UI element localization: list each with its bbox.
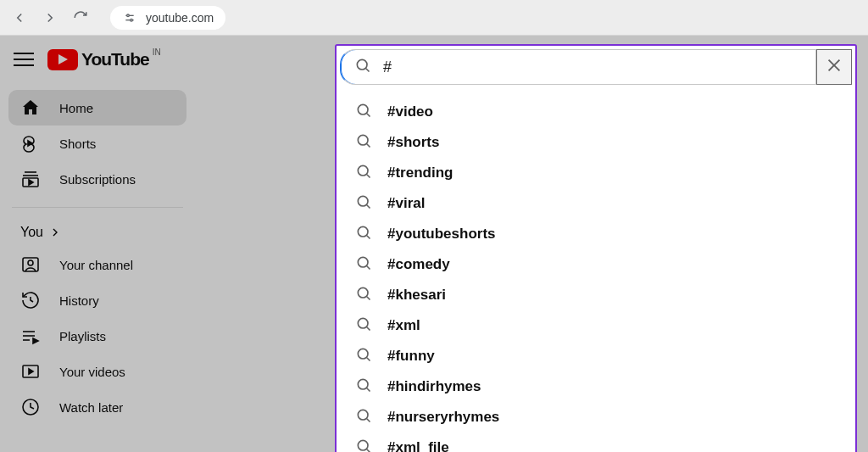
search-field[interactable] [340, 49, 816, 85]
svg-point-34 [358, 379, 368, 389]
svg-line-19 [367, 144, 370, 148]
sidebar-you-heading[interactable]: You [8, 218, 186, 247]
back-button[interactable] [10, 8, 29, 27]
sidebar-item-label: Playlists [59, 329, 106, 343]
search-icon [355, 224, 372, 244]
sidebar-item-label: History [59, 293, 99, 308]
suggestion-text: #xml_file [387, 439, 449, 452]
svg-line-37 [367, 419, 370, 422]
chevron-right-icon [48, 226, 62, 239]
svg-line-25 [367, 236, 370, 239]
watch-later-icon [20, 397, 41, 417]
svg-line-35 [367, 388, 370, 392]
svg-point-18 [358, 135, 368, 145]
menu-button[interactable] [14, 49, 34, 70]
address-bar[interactable]: youtube.com [110, 6, 225, 30]
suggestion-text: #funny [387, 348, 435, 365]
search-icon [355, 377, 372, 397]
your-videos-icon [20, 361, 41, 382]
svg-line-29 [367, 297, 370, 300]
suggestion-item[interactable]: #video [337, 97, 855, 127]
search-icon [355, 285, 372, 305]
suggestion-item[interactable]: #shorts [337, 127, 855, 158]
suggestion-text: #nurseryrhymes [387, 409, 499, 426]
svg-point-38 [358, 440, 368, 450]
home-icon [20, 98, 41, 118]
subscriptions-icon [20, 169, 41, 189]
logo-text: YouTube [81, 49, 149, 70]
sidebar-item-label: Watch later [59, 400, 123, 415]
sidebar-item-label: Your channel [59, 258, 133, 272]
search-icon [355, 315, 372, 336]
sidebar-item-label: Home [59, 101, 93, 115]
suggestion-item[interactable]: #trending [337, 158, 855, 188]
clear-search-button[interactable] [816, 49, 852, 85]
your-channel-icon [20, 254, 41, 275]
sidebar-item-history[interactable]: History [8, 282, 186, 318]
sidebar-item-your-videos[interactable]: Your videos [8, 354, 186, 389]
suggestion-text: #xml [387, 317, 420, 334]
browser-toolbar: youtube.com [0, 0, 868, 36]
history-icon [20, 290, 41, 310]
svg-line-27 [367, 266, 370, 270]
suggestion-item[interactable]: #xml [337, 310, 855, 341]
suggestion-item[interactable]: #viral [337, 188, 855, 219]
search-icon [355, 346, 372, 366]
sidebar-item-shorts[interactable]: Shorts [8, 126, 186, 161]
suggestion-text: #khesari [387, 287, 446, 304]
svg-point-3 [131, 19, 133, 21]
search-icon [355, 193, 372, 214]
sidebar-item-watch-later[interactable]: Watch later [8, 389, 186, 425]
svg-point-32 [358, 349, 368, 359]
search-icon [355, 102, 372, 122]
svg-point-24 [358, 226, 368, 237]
search-input[interactable] [383, 59, 802, 76]
suggestion-item[interactable]: #khesari [337, 280, 855, 310]
sidebar-item-label: Shorts [59, 137, 96, 151]
logo-region: IN [153, 47, 161, 57]
sidebar-item-label: Your videos [59, 365, 125, 379]
svg-line-21 [367, 175, 370, 178]
svg-line-33 [367, 358, 370, 361]
suggestion-item[interactable]: #youtubeshorts [337, 219, 855, 249]
svg-point-16 [358, 104, 368, 114]
forward-button[interactable] [41, 8, 59, 27]
search-icon [355, 254, 372, 275]
svg-point-28 [358, 287, 368, 298]
search-icon [354, 57, 371, 77]
suggestion-item[interactable]: #comedy [337, 249, 855, 280]
search-icon [355, 132, 372, 153]
reload-button[interactable] [71, 8, 90, 27]
svg-point-2 [127, 14, 130, 17]
close-icon [825, 56, 843, 78]
suggestion-item[interactable]: #hindirhymes [337, 371, 855, 402]
youtube-logo[interactable]: YouTube IN [47, 49, 149, 70]
suggestion-item[interactable]: #xml_file [337, 432, 855, 452]
search-icon [355, 438, 372, 452]
sidebar-item-subscriptions[interactable]: Subscriptions [8, 161, 186, 197]
sidebar: Home Shorts Subscriptions You [0, 83, 195, 452]
suggestion-text: #hindirhymes [387, 378, 481, 395]
site-settings-icon [122, 10, 137, 25]
playlists-icon [20, 326, 41, 346]
svg-line-13 [366, 69, 370, 72]
url-text: youtube.com [146, 11, 214, 25]
svg-point-12 [357, 59, 367, 70]
sidebar-item-your-channel[interactable]: Your channel [8, 247, 186, 282]
svg-point-36 [358, 410, 368, 420]
sidebar-item-label: Subscriptions [59, 172, 136, 187]
sidebar-item-home[interactable]: Home [8, 90, 186, 126]
svg-point-26 [358, 257, 368, 267]
play-icon [47, 49, 78, 70]
sidebar-item-playlists[interactable]: Playlists [8, 318, 186, 354]
search-suggestions-panel: #video#shorts#trending#viral#youtubeshor… [335, 44, 857, 452]
suggestion-item[interactable]: #nurseryrhymes [337, 402, 855, 432]
suggestion-text: #comedy [387, 256, 450, 273]
suggestions-list: #video#shorts#trending#viral#youtubeshor… [337, 88, 855, 452]
svg-point-30 [358, 318, 368, 328]
suggestion-text: #youtubeshorts [387, 226, 496, 243]
suggestion-item[interactable]: #funny [337, 341, 855, 371]
shorts-icon [20, 133, 41, 153]
suggestion-text: #video [387, 103, 433, 120]
page-content: YouTube IN Home Shorts Subscrip [0, 36, 868, 452]
